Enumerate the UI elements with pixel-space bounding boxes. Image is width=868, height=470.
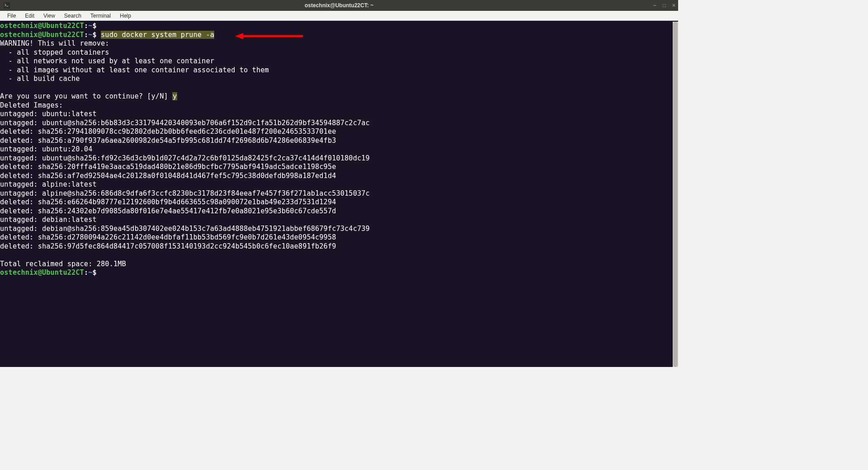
menu-search[interactable]: Search: [60, 12, 86, 20]
menu-help[interactable]: Help: [115, 12, 136, 20]
menu-file[interactable]: File: [3, 12, 20, 20]
confirm-input: y: [172, 92, 177, 100]
output-line: Are you sure you want to continue? [y/N]: [0, 92, 172, 100]
output-line: deleted: sha256:24302eb7d9085da80f016e7e…: [0, 207, 336, 215]
output-line: deleted: sha256:97d5fec864d84417c057008f…: [0, 242, 336, 250]
output-line: untagged: debian@sha256:859ea45db307402e…: [0, 225, 370, 233]
output-line: Deleted Images:: [0, 101, 63, 109]
window-titlebar: ostechnix@Ubuntu22CT: ~ − □ ×: [0, 0, 678, 11]
output-line: deleted: sha256:e66264b98777e12192600bf9…: [0, 198, 336, 206]
output-line: deleted: sha256:a790f937a6aea2600982de54…: [0, 136, 336, 145]
output-line: untagged: alpine:latest: [0, 180, 97, 188]
highlighted-command: sudo docker system prune -a: [101, 31, 214, 39]
window-controls: − □ ×: [653, 3, 675, 8]
output-line: untagged: ubuntu:20.04: [0, 145, 92, 153]
output-line: deleted: sha256:27941809078cc9b2802deb2b…: [0, 127, 336, 136]
terminal-content[interactable]: ostechnix@Ubuntu22CT:~$ ostechnix@Ubuntu…: [0, 22, 673, 367]
output-line: untagged: alpine@sha256:686d8c9dfa6f3ccf…: [0, 189, 370, 197]
terminal-app-icon: [4, 2, 10, 9]
prompt-colon: :: [84, 22, 88, 30]
menu-edit[interactable]: Edit: [20, 12, 39, 20]
terminal-area[interactable]: ostechnix@Ubuntu22CT:~$ ostechnix@Ubuntu…: [0, 21, 678, 367]
close-button[interactable]: ×: [672, 3, 675, 8]
menubar: File Edit View Search Terminal Help: [0, 11, 678, 21]
titlebar-left: [0, 2, 13, 9]
output-line: deleted: sha256:d2780094a226c21142d0ee4d…: [0, 233, 336, 241]
output-line: - all networks not used by at least one …: [0, 57, 214, 65]
prompt-user-host: ostechnix@Ubuntu22CT: [0, 22, 84, 30]
prompt-colon: :: [84, 31, 88, 39]
prompt-colon: :: [84, 268, 88, 277]
menu-terminal[interactable]: Terminal: [86, 12, 115, 20]
maximize-button[interactable]: □: [663, 3, 666, 8]
output-line: untagged: debian:latest: [0, 216, 97, 224]
output-line: - all stopped containers: [0, 48, 109, 56]
prompt-dollar: $: [92, 31, 96, 39]
output-line: deleted: sha256:20fffa419e3aaca519dad480…: [0, 163, 336, 171]
scrollbar-thumb[interactable]: [673, 22, 678, 367]
vertical-scrollbar[interactable]: [673, 22, 678, 367]
svg-rect-0: [4, 2, 10, 9]
output-line: Total reclaimed space: 280.1MB: [0, 260, 126, 268]
window-title: ostechnix@Ubuntu22CT: ~: [305, 2, 373, 9]
output-line: untagged: ubuntu@sha256:b6b83d3c33179442…: [0, 119, 370, 127]
minimize-button[interactable]: −: [653, 3, 656, 8]
output-line: untagged: ubuntu@sha256:fd92c36d3cb9b1d0…: [0, 154, 370, 162]
output-line: deleted: sha256:af7ed92504ae4c20128a0f01…: [0, 172, 336, 180]
prompt-dollar: $: [92, 22, 96, 30]
prompt-user-host: ostechnix@Ubuntu22CT: [0, 31, 84, 39]
output-line: - all images without at least one contai…: [0, 66, 269, 74]
prompt-user-host: ostechnix@Ubuntu22CT: [0, 268, 84, 277]
menu-view[interactable]: View: [39, 12, 60, 20]
prompt-dollar: $: [92, 268, 96, 277]
output-line: untagged: ubuntu:latest: [0, 110, 97, 118]
output-line: WARNING! This will remove:: [0, 39, 109, 47]
output-line: - all build cache: [0, 75, 80, 83]
